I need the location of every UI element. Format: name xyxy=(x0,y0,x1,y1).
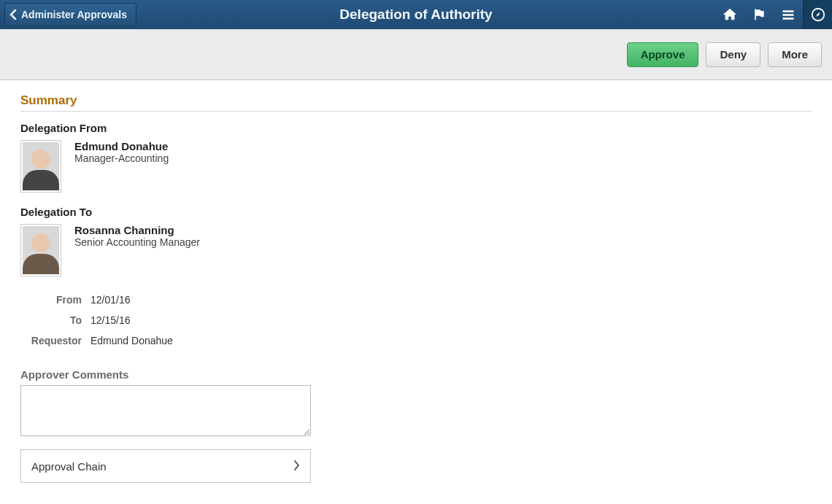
approver-comments-input[interactable] xyxy=(20,385,311,436)
flag-icon[interactable] xyxy=(744,0,774,29)
compass-icon[interactable] xyxy=(803,0,832,29)
field-row-to: To 12/15/16 xyxy=(20,310,812,330)
avatar xyxy=(20,140,61,193)
field-value: 12/15/16 xyxy=(90,314,131,326)
field-row-from: From 12/01/16 xyxy=(20,290,812,310)
chevron-left-icon xyxy=(9,9,17,20)
field-value: Edmund Donahue xyxy=(90,335,173,346)
delegation-to-label: Delegation To xyxy=(20,206,812,218)
summary-heading: Summary xyxy=(20,93,812,112)
more-button[interactable]: More xyxy=(768,42,822,67)
page-title: Delegation of Authority xyxy=(339,7,492,23)
delegation-from-label: Delegation From xyxy=(20,122,812,134)
chevron-right-icon xyxy=(293,460,300,473)
person-title: Manager-Accounting xyxy=(74,152,169,164)
person-title: Senior Accounting Manager xyxy=(74,236,200,248)
approval-chain-label: Approval Chain xyxy=(31,460,107,473)
approver-comments-label: Approver Comments xyxy=(20,368,812,381)
home-icon[interactable] xyxy=(715,0,744,29)
content-area: Summary Delegation From Edmund Donahue M… xyxy=(0,80,832,496)
deny-button[interactable]: Deny xyxy=(706,42,760,67)
delegation-from-person: Edmund Donahue Manager-Accounting xyxy=(20,140,812,193)
back-button[interactable]: Administer Approvals xyxy=(4,3,136,26)
field-label: Requestor xyxy=(20,335,82,346)
top-banner: Administer Approvals Delegation of Autho… xyxy=(0,0,832,29)
field-value: 12/01/16 xyxy=(90,294,131,306)
person-name: Edmund Donahue xyxy=(74,140,169,152)
field-label: To xyxy=(20,314,82,326)
approve-button[interactable]: Approve xyxy=(627,42,699,67)
banner-icons xyxy=(715,0,832,29)
approval-chain-row[interactable]: Approval Chain xyxy=(20,449,311,483)
action-bar: Approve Deny More xyxy=(0,29,832,80)
field-label: From xyxy=(20,294,82,306)
delegation-to-person: Rosanna Channing Senior Accounting Manag… xyxy=(20,224,812,276)
avatar xyxy=(20,224,61,276)
person-name: Rosanna Channing xyxy=(74,224,200,236)
menu-icon[interactable] xyxy=(774,0,803,29)
field-row-requestor: Requestor Edmund Donahue xyxy=(20,330,812,351)
back-button-label: Administer Approvals xyxy=(21,9,127,20)
delegation-fields: From 12/01/16 To 12/15/16 Requestor Edmu… xyxy=(20,290,812,351)
